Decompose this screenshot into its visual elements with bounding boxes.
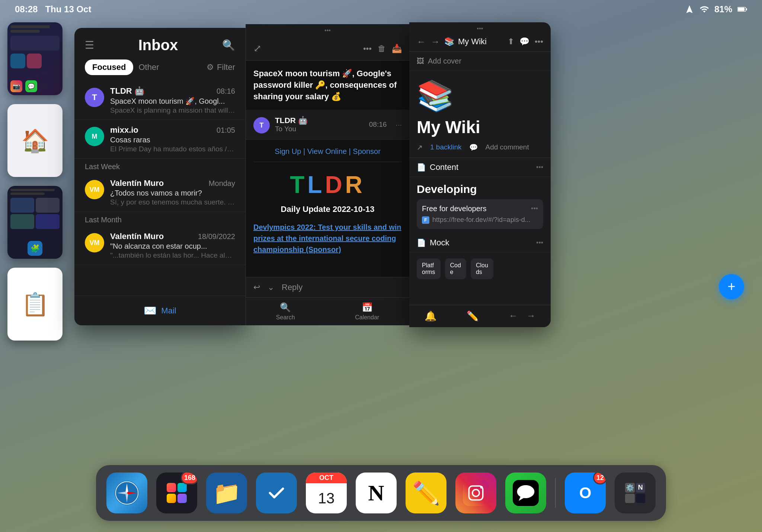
wiki-sub-item-platforms[interactable]: Platf orms bbox=[417, 258, 441, 279]
dock-tasks[interactable] bbox=[256, 473, 297, 513]
forward-icon[interactable]: → bbox=[431, 36, 440, 47]
share-icon[interactable]: ⬆ bbox=[508, 37, 514, 46]
bg-app-4[interactable]: 📋 bbox=[7, 268, 63, 341]
expand-icon[interactable]: ⤢ bbox=[253, 43, 262, 54]
forward-arrow-icon[interactable]: ⌄ bbox=[268, 283, 274, 292]
mail-item-tldr[interactable]: T TLDR 🤖 08:16 SpaceX moon tourism 🚀, Go… bbox=[74, 81, 246, 120]
mail-preview: SpaceX is planning a mission that will f… bbox=[110, 106, 235, 115]
calendar-day: 13 bbox=[318, 483, 335, 513]
hamburger-icon[interactable]: ☰ bbox=[85, 39, 94, 51]
more-icon[interactable]: ••• bbox=[363, 44, 372, 54]
reply-button[interactable]: Reply bbox=[282, 283, 302, 292]
mail-bottom-icon: ✉️ bbox=[144, 304, 157, 317]
dock-photos[interactable]: 168 bbox=[156, 473, 197, 513]
wiki-toolbar-right: ⬆ 💬 ••• bbox=[508, 37, 543, 46]
mail-item-valentín-1[interactable]: VM Valentín Muro Monday ¿Todos nos vamos… bbox=[74, 173, 246, 212]
wiki-card-url: https://free-for.dev/#/?id=apis-d... bbox=[432, 216, 531, 224]
nav-search-icon: 🔍 bbox=[280, 302, 291, 313]
reply-arrow-icon[interactable]: ↩ bbox=[253, 283, 260, 292]
background-apps[interactable]: 📷 💬 🏠 🧩 📋 bbox=[7, 22, 63, 341]
content-more-icon[interactable]: ••• bbox=[536, 164, 543, 171]
tldr-letter-d: D bbox=[325, 171, 345, 198]
detail-avatar: T bbox=[253, 117, 270, 133]
wiki-item-left-mock: 📄 Mock bbox=[417, 238, 449, 248]
wiki-card-more[interactable]: ••• bbox=[531, 205, 538, 213]
status-bar: 08:28 Thu 13 Oct 81% bbox=[0, 0, 762, 19]
other-tab[interactable]: Other bbox=[138, 62, 159, 72]
trash-icon[interactable]: 🗑 bbox=[378, 44, 386, 54]
wiki-sub-item-code[interactable]: Cod e bbox=[445, 258, 466, 279]
mail-inbox-header: ☰ Inbox 🔍 bbox=[74, 28, 246, 59]
add-cover-button[interactable]: 🖼 Add cover bbox=[409, 52, 551, 71]
last-month-label: Last Month bbox=[74, 212, 246, 226]
bg-app-1[interactable]: 📷 💬 bbox=[7, 22, 63, 95]
avatar-vm: VM bbox=[85, 180, 104, 199]
filter-button[interactable]: ⚙ Filter bbox=[206, 62, 235, 72]
sign-up-link[interactable]: Sign Up bbox=[275, 147, 301, 155]
search-icon[interactable]: 🔍 bbox=[222, 39, 235, 51]
dock-outlook[interactable]: O 12 bbox=[565, 473, 606, 513]
mail-subject: "No alcanza con estar ocup... bbox=[110, 242, 235, 251]
mail-list: T TLDR 🤖 08:16 SpaceX moon tourism 🚀, Go… bbox=[74, 81, 246, 296]
bell-icon[interactable]: 🔔 bbox=[425, 310, 436, 322]
battery-icon bbox=[737, 4, 747, 14]
nav-search[interactable]: 🔍 Search bbox=[276, 302, 295, 321]
wiki-back-icon[interactable]: ← bbox=[509, 310, 518, 322]
wiki-forward-icon[interactable]: → bbox=[526, 310, 535, 322]
more-icon[interactable]: ••• bbox=[535, 37, 543, 46]
mail-bottom-bar: ✉️ Mail bbox=[74, 296, 246, 325]
backlinks-count[interactable]: 1 backlink bbox=[430, 143, 462, 152]
mail-subject: Cosas raras bbox=[110, 136, 235, 144]
svg-rect-10 bbox=[463, 480, 489, 506]
tldr-logo: TLDR bbox=[253, 171, 402, 199]
focused-tab[interactable]: Focused bbox=[85, 59, 133, 75]
nav-calendar-icon: 📅 bbox=[362, 302, 373, 313]
mail-item-mixx[interactable]: M mixx.io 01:05 Cosas raras El Prime Day… bbox=[74, 120, 246, 159]
mail-preview: El Prime Day ha mutado estos años / Resu… bbox=[110, 145, 235, 153]
sender-name: mixx.io bbox=[110, 125, 138, 135]
safari-icon-svg bbox=[114, 480, 140, 506]
dock-calendar[interactable]: OCT 13 bbox=[306, 473, 347, 513]
wiki-mock-item[interactable]: 📄 Mock ••• bbox=[409, 233, 551, 252]
detail-action-icons: ••• 🗑 📥 bbox=[363, 44, 402, 54]
wiki-panel: ••• ← → 📚 My Wiki ⬆ 💬 ••• 🖼 Add cover 📚 bbox=[409, 22, 551, 327]
outlook-badge: 12 bbox=[593, 473, 606, 484]
multi-grid: ⚙️ N bbox=[622, 480, 648, 506]
sponsor-link[interactable]: Sponsor bbox=[353, 147, 381, 155]
wiki-card-link[interactable]: F https://free-for.dev/#/?id=apis-d... bbox=[422, 216, 538, 224]
mail-time: 08:16 bbox=[217, 87, 235, 96]
dock-notion[interactable]: N bbox=[356, 473, 397, 513]
wiki-dev-card[interactable]: Free for developers ••• F https://free-f… bbox=[417, 199, 543, 229]
dock-files[interactable]: 📁 bbox=[206, 473, 247, 513]
dock-safari[interactable] bbox=[106, 473, 147, 513]
wiki-book-emoji: 📚 bbox=[409, 71, 551, 117]
sender-name: Valentín Muro bbox=[110, 178, 164, 188]
add-comment-label[interactable]: Add comment bbox=[486, 143, 529, 152]
bg-app-3[interactable]: 🧩 bbox=[7, 186, 63, 259]
detail-more-icon[interactable]: ··· bbox=[396, 120, 402, 129]
article-link[interactable]: Devlympics 2022: Test your skills and wi… bbox=[253, 222, 402, 255]
nav-calendar[interactable]: 📅 Calendar bbox=[355, 302, 379, 321]
back-icon[interactable]: ← bbox=[417, 36, 426, 47]
archive-icon[interactable]: 📥 bbox=[392, 44, 402, 54]
wiki-content-item[interactable]: 📄 Content ••• bbox=[409, 158, 551, 177]
dock-multi[interactable]: ⚙️ N bbox=[615, 473, 656, 513]
mock-more-icon[interactable]: ••• bbox=[536, 239, 543, 247]
dock-messages[interactable] bbox=[505, 473, 546, 513]
bg-app-2[interactable]: 🏠 bbox=[7, 104, 63, 177]
avatar-mixx: M bbox=[85, 127, 104, 146]
drag-handle: ••• bbox=[246, 24, 409, 37]
edit-icon[interactable]: ✏️ bbox=[467, 310, 478, 322]
dock-pencil[interactable]: ✏️ bbox=[406, 473, 446, 513]
wiki-sub-item-cloud[interactable]: Clou ds bbox=[471, 258, 493, 279]
nav-calendar-label: Calendar bbox=[355, 314, 379, 321]
comment-icon[interactable]: 💬 bbox=[519, 37, 529, 46]
mail-detail-panel: ••• ⤢ ••• 🗑 📥 SpaceX moon tourism 🚀, Goo… bbox=[246, 24, 409, 325]
dock-instagram[interactable] bbox=[455, 473, 496, 513]
mail-bottom-label[interactable]: Mail bbox=[161, 306, 176, 316]
avatar-vm2: VM bbox=[85, 233, 104, 252]
svg-rect-1 bbox=[746, 8, 747, 10]
mail-subject-header: SpaceX moon tourism 🚀, Google's password… bbox=[246, 61, 409, 110]
mail-item-valentín-2[interactable]: VM Valentín Muro 18/09/2022 "No alcanza … bbox=[74, 226, 246, 265]
view-online-link[interactable]: View Online bbox=[307, 147, 347, 155]
